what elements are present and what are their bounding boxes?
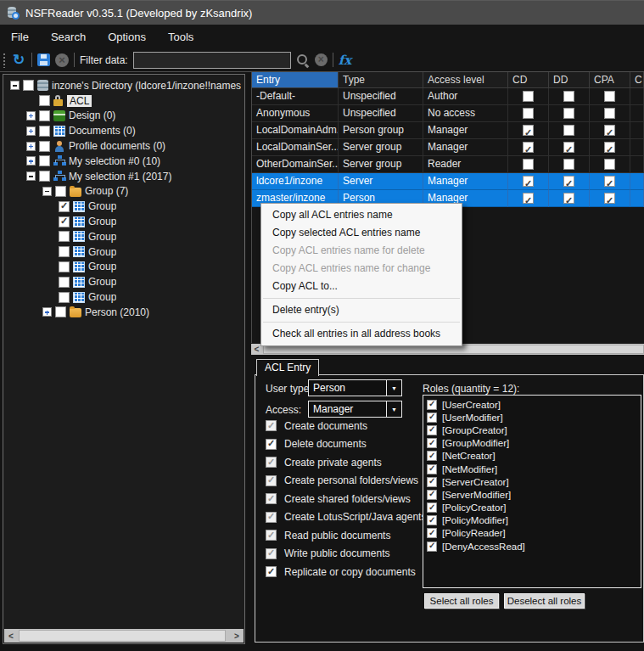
- role-checkbox[interactable]: [427, 528, 437, 538]
- table-row[interactable]: LocalDomainSer... Server group Manager: [252, 139, 644, 156]
- tree-item-my-selection-1[interactable]: My selection #1 (2017): [5, 169, 244, 184]
- tree-checkbox[interactable]: [59, 277, 70, 288]
- cd-checkbox[interactable]: [523, 193, 534, 204]
- cd-checkbox[interactable]: [523, 142, 534, 153]
- column-header-dd[interactable]: DD: [549, 72, 590, 88]
- tree-checkbox[interactable]: [39, 141, 50, 152]
- role-checkbox[interactable]: [427, 451, 437, 461]
- menu-item-check-all-entries[interactable]: Check all entries in all address books: [261, 325, 462, 343]
- role-item[interactable]: [NetCreator]: [427, 450, 641, 463]
- table-row[interactable]: -Default- Unspecified Author: [252, 88, 644, 105]
- cpa-checkbox[interactable]: [604, 108, 615, 119]
- cd-checkbox[interactable]: [523, 125, 534, 136]
- tree-item-group[interactable]: Group: [5, 260, 244, 275]
- cd-checkbox[interactable]: [523, 91, 534, 102]
- menu-options[interactable]: Options: [97, 26, 157, 48]
- role-item[interactable]: [UserModifier]: [427, 411, 641, 424]
- collapse-icon[interactable]: [26, 171, 36, 181]
- table-row[interactable]: Anonymous Unspecified No access: [252, 105, 644, 122]
- menu-item-copy-all[interactable]: Copy all ACL entries name: [261, 206, 462, 224]
- access-dropdown[interactable]: Manager: [308, 401, 402, 418]
- title-bar[interactable]: NSFReader v0.35.1 (Developed by zKsandri…: [0, 1, 644, 25]
- tree-checkbox[interactable]: [55, 186, 66, 197]
- dd-checkbox[interactable]: [563, 125, 574, 136]
- tree-checkbox[interactable]: [23, 80, 34, 91]
- dd-checkbox[interactable]: [563, 176, 574, 187]
- role-item[interactable]: [PolicyCreator]: [427, 502, 641, 514]
- cd-checkbox[interactable]: [523, 108, 534, 119]
- search-icon[interactable]: [296, 53, 310, 67]
- tree-checkbox[interactable]: [59, 261, 70, 272]
- role-item[interactable]: [PolicyReader]: [427, 527, 641, 540]
- tree-item-group[interactable]: Group: [5, 289, 244, 305]
- scroll-left-icon[interactable]: [4, 629, 18, 643]
- cpa-checkbox[interactable]: [604, 159, 615, 170]
- tree-item-group[interactable]: Group: [5, 214, 244, 229]
- expand-icon[interactable]: [26, 156, 36, 166]
- cpa-checkbox[interactable]: [604, 91, 615, 102]
- cpa-checkbox[interactable]: [604, 193, 615, 204]
- role-item[interactable]: [DenyAccessRead]: [427, 540, 641, 553]
- tree-checkbox[interactable]: [39, 171, 50, 182]
- tree-item-group[interactable]: Group: [5, 244, 244, 260]
- role-item[interactable]: [ServerModifier]: [427, 488, 641, 501]
- role-checkbox[interactable]: [427, 542, 437, 552]
- role-checkbox[interactable]: [427, 425, 437, 435]
- cpa-checkbox[interactable]: [604, 125, 615, 136]
- expand-icon[interactable]: [26, 126, 36, 136]
- tree-checkbox[interactable]: [59, 292, 70, 303]
- role-checkbox[interactable]: [427, 464, 437, 474]
- fx-icon[interactable]: fx: [339, 53, 351, 68]
- column-header-cpa[interactable]: CPA: [590, 72, 630, 88]
- column-header-cd[interactable]: CD: [508, 72, 549, 88]
- tree-item-acl[interactable]: ACL: [5, 93, 244, 109]
- tree-item-group[interactable]: Group: [5, 199, 244, 214]
- role-item[interactable]: [ServerCreator]: [427, 475, 641, 488]
- role-checkbox[interactable]: [427, 502, 437, 513]
- cd-checkbox[interactable]: [523, 159, 534, 170]
- menu-item-copy-selected[interactable]: Copy selected ACL entries name: [261, 224, 462, 242]
- dd-checkbox[interactable]: [563, 91, 574, 102]
- column-header-clipped[interactable]: C: [630, 72, 644, 88]
- tree-item-group[interactable]: Group: [5, 229, 244, 244]
- dd-checkbox[interactable]: [563, 159, 574, 170]
- column-header-type[interactable]: Type: [339, 72, 423, 88]
- column-header-access-level[interactable]: Access level: [423, 72, 508, 88]
- permission-checkbox[interactable]: [266, 566, 277, 577]
- tree-checkbox[interactable]: [59, 231, 70, 242]
- expand-icon[interactable]: [26, 142, 36, 151]
- collapse-icon[interactable]: [10, 81, 20, 90]
- role-item[interactable]: [NetModifier]: [427, 463, 641, 475]
- tree-item-person-folder[interactable]: Person (2010): [5, 305, 244, 320]
- cpa-checkbox[interactable]: [604, 176, 615, 187]
- menu-item-copy-acl-to[interactable]: Copy ACL to...: [261, 278, 462, 295]
- role-checkbox[interactable]: [427, 438, 437, 448]
- expand-icon[interactable]: [26, 111, 36, 121]
- tree-item-my-selection-0[interactable]: My selection #0 (10): [5, 154, 244, 169]
- deselect-all-roles-button[interactable]: Deselect all roles: [504, 593, 585, 609]
- tree-horizontal-scrollbar[interactable]: [4, 629, 244, 643]
- refresh-icon[interactable]: [11, 53, 26, 67]
- clear-search-icon[interactable]: [315, 53, 328, 66]
- tree-item-design[interactable]: Design (0): [5, 109, 244, 124]
- cd-checkbox[interactable]: [523, 176, 534, 187]
- user-type-dropdown[interactable]: Person: [308, 379, 402, 396]
- tree-checkbox[interactable]: [39, 155, 50, 166]
- role-item[interactable]: [PolicyModifier]: [427, 514, 641, 527]
- role-checkbox[interactable]: [427, 477, 437, 487]
- tree-checkbox[interactable]: [59, 216, 70, 227]
- role-checkbox[interactable]: [427, 412, 437, 423]
- menu-item-delete-entry[interactable]: Delete entry(s): [261, 301, 462, 319]
- tree-checkbox[interactable]: [39, 126, 50, 137]
- select-all-roles-button[interactable]: Select all roles: [424, 593, 499, 609]
- tab-acl-entry[interactable]: ACL Entry: [256, 359, 319, 376]
- scrollbar-thumb[interactable]: [19, 630, 226, 642]
- role-item[interactable]: [GroupModifier]: [427, 437, 641, 450]
- tree-item-directory[interactable]: inzone's Directory (ldcore1/inzone!!name…: [5, 78, 244, 93]
- menu-tools[interactable]: Tools: [157, 26, 204, 48]
- menu-search[interactable]: Search: [40, 26, 97, 48]
- role-item[interactable]: [GroupCreator]: [427, 424, 641, 436]
- role-checkbox[interactable]: [427, 490, 437, 500]
- chevron-down-icon[interactable]: [386, 401, 401, 417]
- dd-checkbox[interactable]: [563, 142, 574, 153]
